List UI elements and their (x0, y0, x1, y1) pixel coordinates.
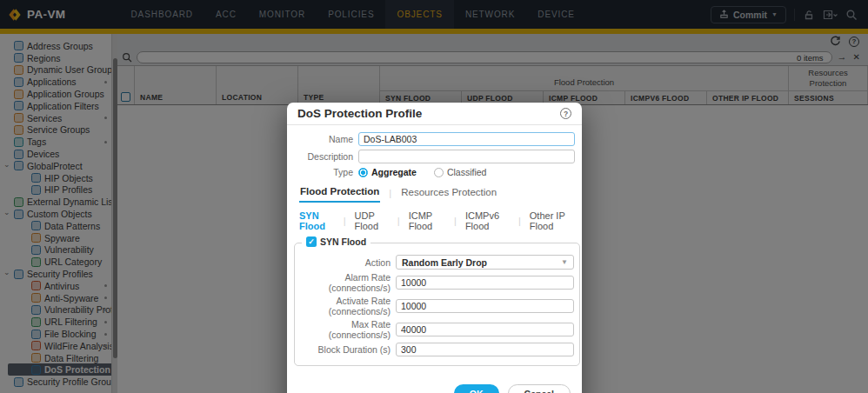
block-duration-s--label: Block Duration (s) (304, 344, 391, 355)
action-select[interactable]: Random Early Drop▼ (396, 255, 574, 270)
tab-separator: | (344, 216, 346, 226)
subtab-syn-flood[interactable]: SYN Flood (299, 210, 335, 231)
alarm-rate-connections-s--input[interactable] (396, 276, 574, 290)
dialog-title: DoS Protection Profile (297, 107, 422, 120)
dialog-subtabs: SYN Flood|UDP Flood|ICMP Flood|ICMPv6 Fl… (299, 210, 575, 231)
dialog-title-bar: DoS Protection Profile ? (287, 103, 582, 125)
syn-flood-legend-label: SYN Flood (320, 236, 366, 247)
syn-flood-checkbox[interactable]: ✓ (306, 236, 317, 247)
tab-resources-protection[interactable]: Resources Protection (400, 184, 497, 202)
action-select-value: Random Early Drop (402, 257, 487, 268)
alarm-rate-connections-s--label: Alarm Rate (connections/s) (304, 272, 391, 293)
name-input[interactable] (358, 132, 575, 146)
description-input[interactable] (358, 150, 575, 163)
tab-separator: | (397, 216, 400, 226)
activate-rate-connections-s--label: Activate Rate (connections/s) (304, 296, 391, 316)
subtab-other-ip-flood[interactable]: Other IP Flood (530, 210, 575, 231)
activate-rate-connections-s--input[interactable] (396, 299, 574, 313)
fieldset-legend: ✓ SYN Flood (302, 236, 371, 247)
dos-protection-profile-dialog: DoS Protection Profile ? Name Descriptio… (287, 103, 582, 393)
block-duration-s--input[interactable] (396, 343, 574, 356)
chevron-down-icon: ▼ (561, 258, 568, 266)
tab-separator: | (454, 216, 457, 226)
tab-flood-protection[interactable]: Flood Protection (299, 183, 380, 203)
ok-button[interactable]: OK (454, 384, 499, 393)
dialog-tabs: Flood Protection|Resources Protection (299, 183, 575, 203)
tab-separator: | (389, 188, 391, 198)
fieldset-rows: ActionRandom Early Drop▼Alarm Rate (conn… (304, 255, 574, 356)
syn-flood-fieldset: ✓ SYN Flood ActionRandom Early Drop▼Alar… (294, 243, 580, 366)
action-label: Action (304, 257, 391, 268)
max-rate-connections-s--label: Max Rate (connections/s) (304, 319, 391, 340)
radio-selected-icon[interactable] (358, 168, 368, 177)
description-label: Description (299, 151, 353, 162)
subtab-icmp-flood[interactable]: ICMP Flood (409, 210, 445, 231)
dialog-help-icon[interactable]: ? (560, 108, 571, 119)
cancel-button[interactable]: Cancel (508, 384, 571, 393)
subtab-icmpv6-flood[interactable]: ICMPv6 Flood (465, 210, 510, 231)
radio-label: Classified (447, 167, 487, 177)
max-rate-connections-s--input[interactable] (396, 323, 574, 336)
radio-unselected-icon[interactable] (434, 168, 444, 177)
name-label: Name (299, 134, 353, 144)
type-label: Type (299, 167, 353, 177)
tab-separator: | (518, 216, 521, 226)
radio-label: Aggregate (371, 167, 417, 177)
dialog-buttons: OK Cancel (299, 366, 575, 393)
subtab-udp-flood[interactable]: UDP Flood (355, 210, 389, 231)
type-radio-group: AggregateClassified (358, 167, 486, 177)
dialog-body: Name Description Type AggregateClassifie… (287, 125, 582, 393)
type-option-aggregate[interactable]: Aggregate (358, 167, 417, 177)
type-option-classified[interactable]: Classified (434, 167, 487, 177)
